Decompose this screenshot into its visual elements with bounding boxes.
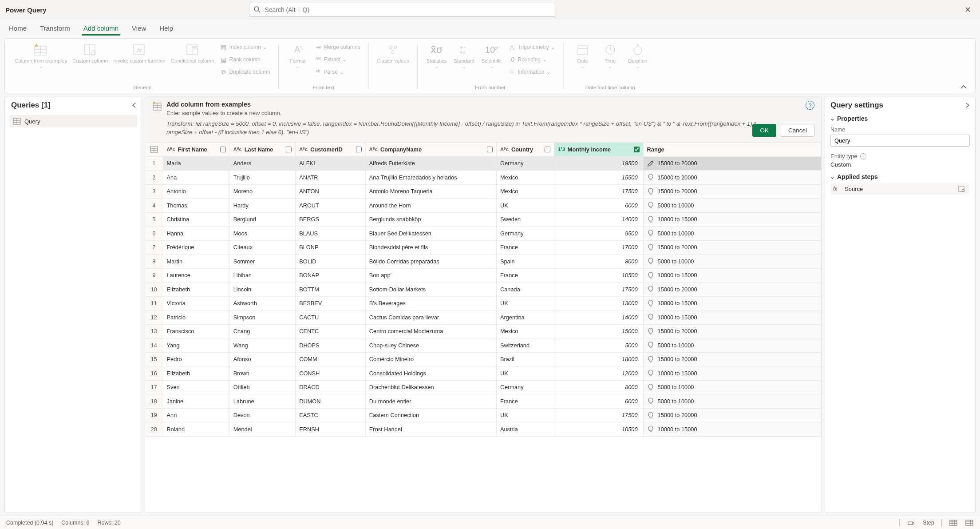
cell-last-name[interactable]: Berglund [229, 212, 295, 227]
cell-last-name[interactable]: Citeaux [229, 240, 295, 255]
table-row[interactable]: 5ChristinaBerglundBERGSBerglunds snabbkö… [145, 212, 822, 227]
cell-first-name[interactable]: Martin [163, 255, 229, 269]
cell-company[interactable]: Blondesddsl pére et fils [365, 240, 496, 255]
col-monthly-income-checkbox[interactable] [634, 147, 640, 152]
detail-view-button[interactable] [965, 519, 974, 527]
cell-last-name[interactable]: Trujillo [229, 171, 295, 185]
cell-last-name[interactable]: Anders [229, 156, 295, 171]
table-row[interactable]: 9LaurenceLibihanBONAPBon app'France10500… [145, 268, 822, 282]
cell-last-name[interactable]: Moos [229, 227, 295, 241]
cluster-values-button[interactable]: Cluster values [375, 41, 411, 64]
cell-last-name[interactable]: Devon [229, 408, 295, 422]
cell-customer-id[interactable]: BONAP [296, 268, 366, 282]
step-settings-icon[interactable] [958, 185, 965, 192]
cell-company[interactable]: Centro comercial Moctezuma [365, 324, 496, 338]
cell-customer-id[interactable]: DHOPS [296, 338, 366, 353]
cell-first-name[interactable]: Yang [163, 338, 229, 353]
rank-column-button[interactable]: ▤Rank column [218, 54, 272, 65]
extract-button[interactable]: ᴬᴮExtract ⌄ [312, 54, 362, 65]
cell-company[interactable]: Eastern Connection [365, 408, 496, 422]
table-row[interactable]: 18JanineLabruneDUMONDu monde entierFranc… [145, 394, 822, 409]
cell-last-name[interactable]: Hardy [229, 199, 295, 213]
cell-country[interactable]: Sweden [496, 212, 554, 227]
cell-range[interactable]: 5000 to 10000 [643, 227, 821, 241]
cell-last-name[interactable]: Mendel [229, 422, 295, 437]
cell-company[interactable]: Bottom-Dollar Markets [365, 282, 496, 297]
col-country[interactable]: AᴮcCountry [496, 143, 554, 157]
table-row[interactable]: 8MartinSommerBOLIDBólido Comidas prepara… [145, 255, 822, 269]
ok-button[interactable]: OK [752, 124, 776, 137]
cell-range[interactable]: 5000 to 10000 [643, 338, 821, 353]
info-icon[interactable]: i [860, 153, 866, 159]
cell-company[interactable]: Ana Trujillo Emaredados y helados [365, 171, 496, 185]
cell-customer-id[interactable]: ANATR [296, 171, 366, 185]
cell-company[interactable]: Cactus Comidas para llevar [365, 310, 496, 325]
cell-country[interactable]: France [496, 268, 554, 282]
settings-collapse-button[interactable] [965, 102, 970, 108]
cell-monthly-income[interactable]: 12000 [554, 366, 643, 381]
standard-button[interactable]: +−÷×Standard⌄ [451, 41, 477, 70]
cell-monthly-income[interactable]: 8000 [554, 255, 643, 269]
table-row[interactable]: 14YangWangDHOPSChop-suey ChineseSwitzerl… [145, 338, 822, 353]
cell-first-name[interactable]: Elizabeth [163, 282, 229, 297]
cell-last-name[interactable]: Ashworth [229, 296, 295, 310]
search-input[interactable] [249, 3, 555, 17]
table-row[interactable]: 2AnaTrujilloANATRAna Trujillo Emaredados… [145, 171, 822, 185]
cell-monthly-income[interactable]: 17500 [554, 282, 643, 297]
table-row[interactable]: 4ThomasHardyAROUTAround the HornUK600050… [145, 199, 822, 213]
cell-monthly-income[interactable]: 5000 [554, 338, 643, 353]
cell-customer-id[interactable]: BERGS [296, 212, 366, 227]
cell-last-name[interactable]: Sommer [229, 255, 295, 269]
cell-first-name[interactable]: Maria [163, 156, 229, 171]
grid-view-button[interactable] [949, 519, 958, 527]
cell-country[interactable]: Spain [496, 255, 554, 269]
cell-range[interactable]: 15000 to 20000 [643, 156, 821, 171]
tab-transform[interactable]: Transform [38, 22, 72, 36]
table-row[interactable]: 10ElizabethLincolnBOTTMBottom-Dollar Mar… [145, 282, 822, 297]
cell-customer-id[interactable]: BESBEV [296, 296, 366, 310]
cell-customer-id[interactable]: COMMI [296, 352, 366, 366]
step-nav-button[interactable] [907, 519, 916, 527]
cell-last-name[interactable]: Chang [229, 324, 295, 338]
cell-monthly-income[interactable]: 10500 [554, 268, 643, 282]
cell-country[interactable]: Canada [496, 282, 554, 297]
cell-range[interactable]: 15000 to 20000 [643, 352, 821, 366]
cell-monthly-income[interactable]: 14000 [554, 310, 643, 325]
cell-first-name[interactable]: Elizabeth [163, 366, 229, 381]
table-row[interactable]: 19AnnDevonEASTCEastern ConnectionUK17500… [145, 408, 822, 422]
col-range[interactable]: Range [643, 143, 821, 157]
cell-first-name[interactable]: Pedro [163, 352, 229, 366]
table-row[interactable]: 16ElizabethBrownCONSHConsolidated Holdin… [145, 366, 822, 381]
cell-range[interactable]: 15000 to 20000 [643, 171, 821, 185]
cell-first-name[interactable]: Christina [163, 212, 229, 227]
cell-monthly-income[interactable]: 14000 [554, 212, 643, 227]
cell-customer-id[interactable]: BOLID [296, 255, 366, 269]
cell-monthly-income[interactable]: 17500 [554, 184, 643, 199]
cancel-button[interactable]: Cancel [781, 124, 814, 137]
table-row[interactable]: 11VictoriaAshworthBESBEVB's BeveragesUK1… [145, 296, 822, 310]
cell-first-name[interactable]: Roland [163, 422, 229, 437]
cell-country[interactable]: Germany [496, 380, 554, 394]
close-icon[interactable]: ✕ [961, 3, 975, 16]
cell-customer-id[interactable]: ALFKI [296, 156, 366, 171]
cell-company[interactable]: Blauer See Delikatessen [365, 227, 496, 241]
invoke-custom-function-button[interactable]: fx Invoke custom function [111, 41, 167, 64]
cell-range[interactable]: 10000 to 15000 [643, 422, 821, 437]
format-button[interactable]: A Format⌄ [285, 41, 311, 70]
cell-country[interactable]: France [496, 394, 554, 409]
cell-customer-id[interactable]: BLONP [296, 240, 366, 255]
tab-home[interactable]: Home [7, 22, 28, 36]
cell-monthly-income[interactable]: 6000 [554, 394, 643, 409]
cell-customer-id[interactable]: EASTC [296, 408, 366, 422]
cell-last-name[interactable]: Lincoln [229, 282, 295, 297]
cell-country[interactable]: France [496, 240, 554, 255]
cell-company[interactable]: Ernst Handel [365, 422, 496, 437]
col-monthly-income[interactable]: 1²3Monthly Income [554, 143, 643, 157]
tab-view[interactable]: View [130, 22, 148, 36]
cell-range[interactable]: 5000 to 10000 [643, 255, 821, 269]
cell-first-name[interactable]: Ana [163, 171, 229, 185]
col-last-name-checkbox[interactable] [286, 147, 292, 152]
query-list-item[interactable]: Query [9, 115, 137, 127]
cell-first-name[interactable]: Patricio [163, 310, 229, 325]
statistics-button[interactable]: x̄σStatistics⌄ [424, 41, 450, 70]
